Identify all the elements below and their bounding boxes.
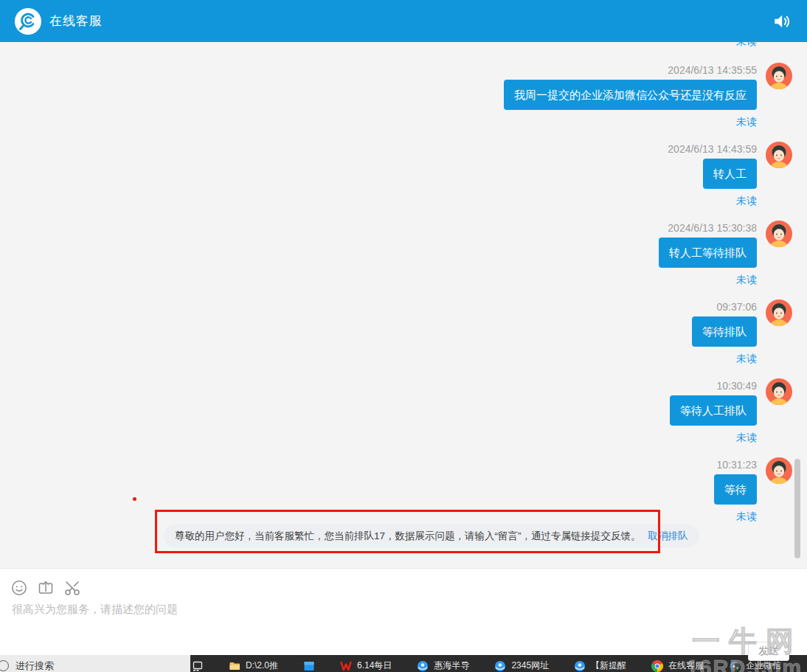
unread-status: 未读 (736, 353, 757, 364)
speaker-icon[interactable] (772, 11, 792, 32)
taskbar-item-label: D:\2.0推 (246, 659, 278, 672)
message-timestamp: 09:37:06 (717, 301, 758, 314)
blue-app-icon (303, 660, 315, 672)
user-avatar (766, 63, 792, 89)
message-bubble: 转人工 (703, 159, 757, 189)
avatar-girl-icon (766, 221, 792, 247)
message-timestamp: 2024/6/13 15:30:38 (668, 222, 757, 235)
online-service-window: 在线客服 未读 2024/6/13 14:35:55 我周一提交的企业添加微信公… (0, 0, 807, 672)
user-avatar (766, 221, 792, 247)
taskbar-item-label: 【新提醒 (591, 659, 626, 672)
message-bubble: 等待排队 (692, 316, 757, 347)
taskbar-item-label: 企业微信 (746, 659, 781, 672)
message-input[interactable] (10, 601, 530, 648)
user-avatar (766, 457, 792, 484)
taskbar-item-label: 在线客服 (668, 659, 704, 672)
chat-message: 09:37:06 等待排队 未读 (692, 299, 792, 364)
unread-status: 未读 (736, 116, 757, 128)
taskbar-item-task-view[interactable] (192, 660, 204, 672)
chrome-icon (651, 660, 663, 672)
user-avatar (766, 378, 792, 405)
avatar-girl-icon (766, 457, 792, 484)
red-annotation-dot (133, 497, 136, 501)
chat-message: 10:31:23 等待 未读 (714, 457, 792, 522)
system-queue-text: 尊敬的用户您好，当前客服繁忙，您当前排队17，数据展示问题，请输入“留言”，通过… (175, 530, 641, 541)
taskbar-item-label: 惠海半导 (434, 659, 469, 672)
message-timestamp: 10:31:23 (717, 459, 758, 471)
message-timestamp: 2024/6/13 14:43:59 (668, 143, 757, 156)
browser-icon (494, 660, 506, 672)
taskbar-search-box[interactable]: 进行搜索 (0, 655, 190, 672)
message-bubble: 我周一提交的企业添加微信公众号还是没有反应 (504, 80, 757, 110)
composer-toolbar (10, 579, 81, 597)
avatar-girl-icon (766, 378, 792, 405)
folder-icon (229, 660, 240, 672)
message-timestamp: 10:30:49 (717, 380, 758, 392)
taskbar-item-online-service[interactable]: 在线客服 (651, 659, 704, 672)
taskbar-item-huihai[interactable]: 惠海半导 (417, 659, 469, 672)
taskbar-items: D:\2.0推 6.14每日 惠海半导 (192, 655, 781, 672)
chat-message: 10:30:49 等待人工排队 未读 (670, 378, 792, 443)
unread-status: 未读 (736, 432, 757, 443)
chat-message: 2024/6/13 14:43:59 转人工 未读 (668, 142, 792, 207)
composer-area (0, 568, 807, 655)
taskbar-item-wps[interactable]: 6.14每日 (340, 659, 392, 672)
message-timestamp: 2024/6/13 14:35:55 (668, 64, 757, 77)
taskbar-item-wecom[interactable]: 企业微信 (729, 659, 781, 672)
message-bubble: 等待 (714, 474, 757, 505)
windows-taskbar: 进行搜索 D:\2.0推 (0, 655, 807, 672)
avatar-girl-icon (766, 299, 792, 326)
header-bar: 在线客服 (0, 0, 807, 42)
message-bubble: 转人工等待排队 (659, 238, 757, 268)
chat-message: 2024/6/13 15:30:38 转人工等待排队 未读 (659, 221, 792, 285)
emoji-icon[interactable] (10, 579, 28, 597)
browser-icon (574, 660, 586, 672)
chat-message: 2024/6/13 14:35:55 我周一提交的企业添加微信公众号还是没有反应… (504, 63, 792, 128)
send-button[interactable]: 发送 (748, 642, 789, 661)
browser-icon (417, 660, 429, 672)
unread-status: 未读 (736, 195, 757, 207)
upload-icon[interactable] (37, 579, 55, 597)
taskbar-item-label: 6.14每日 (357, 659, 392, 672)
taskbar-item-new-notice[interactable]: 【新提醒 (574, 659, 626, 672)
wps-icon (340, 660, 352, 672)
avatar-girl-icon (766, 142, 792, 168)
taskbar-item-folder[interactable]: D:\2.0推 (229, 659, 278, 672)
message-bubble: 等待人工排队 (670, 395, 757, 426)
page-title: 在线客服 (49, 13, 103, 30)
taskbar-item-label: 2345网址 (511, 659, 549, 672)
unread-status: 未读 (736, 274, 757, 285)
task-view-icon (192, 660, 204, 672)
user-avatar (766, 142, 792, 168)
chat-scrollbar-thumb[interactable] (794, 459, 800, 558)
avatar-girl-icon (766, 63, 792, 89)
wecom-icon (729, 660, 741, 672)
service-logo-icon (15, 8, 41, 35)
unread-status: 未读 (736, 510, 757, 522)
user-avatar (766, 299, 792, 326)
scissors-icon[interactable] (63, 579, 81, 597)
taskbar-search-label: 进行搜索 (15, 659, 54, 672)
taskbar-item-2345[interactable]: 2345网址 (494, 659, 549, 672)
taskbar-item-blue-app[interactable] (303, 660, 315, 672)
search-ring-icon (0, 660, 9, 671)
cancel-queue-link[interactable]: 取消排队 (648, 530, 688, 541)
system-queue-message: 尊敬的用户您好，当前客服繁忙，您当前排队17，数据展示问题，请输入“留言”，通过… (164, 524, 699, 547)
